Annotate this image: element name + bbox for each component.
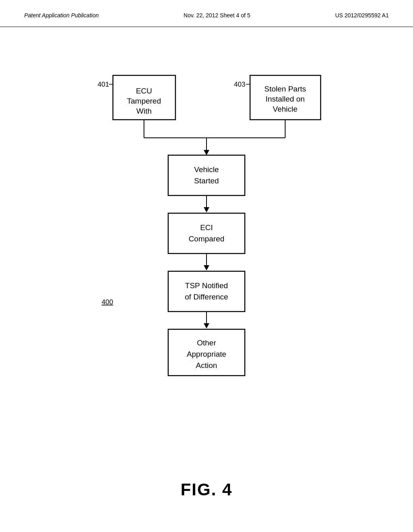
arrow-to-407 (204, 207, 209, 212)
header-right-text: US 2012/0295592 A1 (335, 12, 389, 19)
box-409-text2: of Difference (185, 293, 228, 301)
arrow-to-409 (204, 265, 209, 270)
header-left-text: Patent Application Publication (24, 12, 99, 19)
box-411-text1: Other (197, 339, 216, 347)
box-403-text1: Stolen Parts (264, 85, 306, 93)
box-401-text1: ECU (136, 87, 152, 95)
box-401-text2: Tampered (127, 97, 161, 105)
box-403-text3: Vehicle (273, 105, 297, 113)
box-411-text3: Action (196, 361, 217, 370)
box-405-text1: Vehicle (194, 165, 219, 174)
label-403: 403 (234, 81, 245, 88)
header: Patent Application Publication Nov. 22, … (0, 0, 413, 27)
box-407-text1: ECI (200, 223, 213, 232)
diagram-number-label: 400 (102, 298, 113, 306)
label-401: 401 (98, 81, 109, 88)
box-411-text2: Appropriate (187, 350, 226, 358)
box-407-text2: Compared (189, 235, 225, 243)
figure-label: FIG. 4 (181, 480, 233, 499)
box-405-text2: Started (194, 177, 219, 185)
flowchart-container: 401 ECU Tampered With 403 Stolen Parts I… (65, 43, 348, 456)
page: Patent Application Publication Nov. 22, … (0, 0, 413, 532)
box-407 (168, 213, 245, 254)
header-center-text: Nov. 22, 2012 Sheet 4 of 5 (184, 12, 250, 19)
box-401-text3: With (136, 107, 152, 115)
box-409-text1: TSP Notified (185, 281, 228, 290)
box-405 (168, 155, 245, 195)
arrow-to-405 (204, 150, 209, 155)
box-409 (168, 271, 245, 312)
diagram-area: 401 ECU Tampered With 403 Stolen Parts I… (0, 27, 413, 515)
arrow-to-411 (204, 323, 209, 328)
box-403-text2: Installed on (265, 95, 305, 103)
flowchart-svg: 401 ECU Tampered With 403 Stolen Parts I… (65, 43, 348, 454)
